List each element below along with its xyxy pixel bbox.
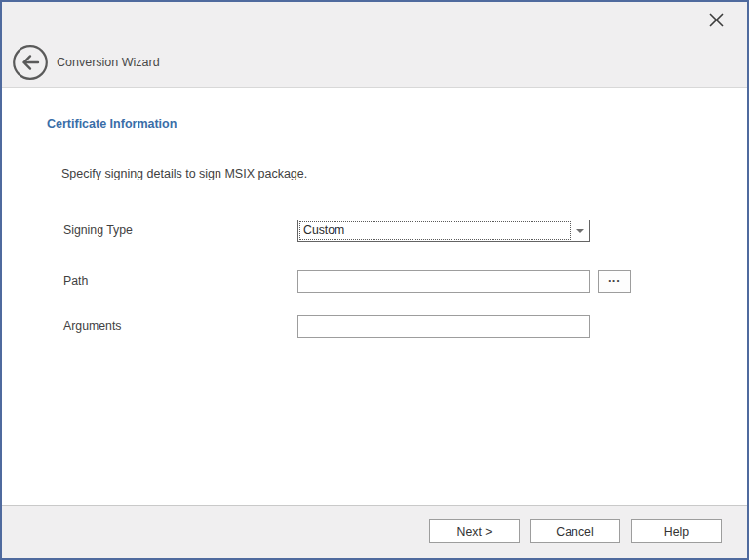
wizard-header: Conversion Wizard: [2, 2, 747, 88]
signing-type-selected-value: Custom: [303, 220, 568, 241]
back-button[interactable]: [12, 44, 49, 81]
conversion-wizard-dialog: Conversion Wizard Certificate Informatio…: [0, 0, 749, 560]
wizard-footer: Next > Cancel Help: [2, 505, 747, 558]
page-description: Specify signing details to sign MSIX pac…: [61, 167, 307, 180]
close-button[interactable]: [704, 8, 728, 31]
path-label: Path: [63, 270, 88, 293]
next-button[interactable]: Next >: [429, 519, 520, 543]
close-icon: [708, 12, 725, 28]
ellipsis-icon: ...: [608, 270, 621, 285]
browse-button[interactable]: ...: [598, 270, 631, 293]
arguments-input[interactable]: [297, 315, 590, 338]
arguments-label: Arguments: [63, 315, 121, 338]
wizard-page-certificate-information: Certificate Information Specify signing …: [2, 89, 747, 505]
signing-type-label: Signing Type: [63, 220, 133, 242]
back-arrow-icon: [12, 44, 49, 81]
signing-type-combobox[interactable]: Custom: [297, 220, 590, 242]
chevron-down-icon: [576, 229, 584, 233]
help-button[interactable]: Help: [631, 519, 722, 543]
combobox-dropdown-button[interactable]: [572, 220, 589, 241]
cancel-button[interactable]: Cancel: [530, 519, 620, 543]
path-input[interactable]: [297, 270, 590, 293]
page-title: Certificate Information: [47, 117, 177, 131]
wizard-title: Conversion Wizard: [57, 44, 160, 81]
